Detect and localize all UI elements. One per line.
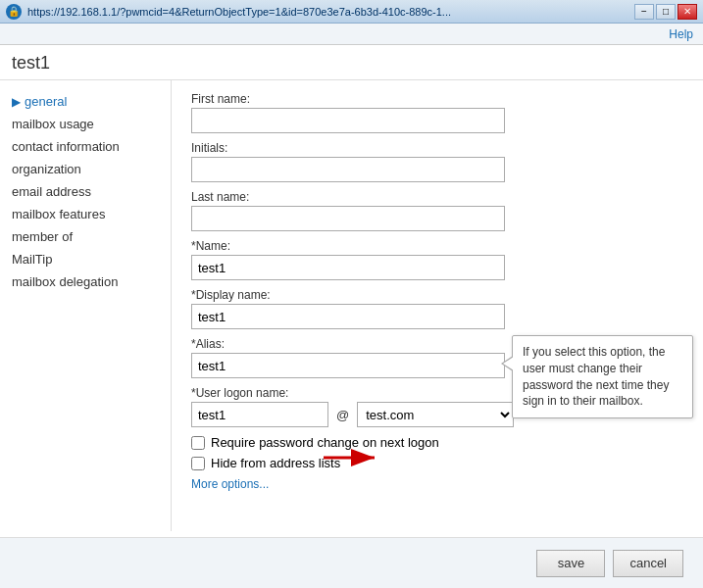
display-name-label: *Display name: <box>191 288 683 302</box>
first-name-group: First name: <box>191 92 683 133</box>
main-content: ▶ general mailbox usage contact informat… <box>0 80 703 531</box>
domain-select[interactable]: test.com <box>357 402 514 427</box>
sidebar-item-label: mailbox usage <box>12 117 94 131</box>
hide-address-label: Hide from address lists <box>211 456 340 470</box>
sidebar-item-contact-information[interactable]: contact information <box>0 135 171 158</box>
sidebar-item-label: general <box>25 94 67 109</box>
sidebar-item-mailbox-delegation[interactable]: mailbox delegation <box>0 270 171 293</box>
sidebar-item-organization[interactable]: organization <box>0 158 171 180</box>
save-button[interactable]: save <box>536 550 605 577</box>
hide-address-checkbox[interactable] <box>191 457 205 470</box>
sidebar-item-label: mailbox features <box>12 207 105 221</box>
last-name-group: Last name: <box>191 190 683 231</box>
sidebar-item-label: contact information <box>12 139 120 154</box>
sidebar-item-email-address[interactable]: email address <box>0 180 171 203</box>
minimize-button[interactable]: − <box>634 4 654 20</box>
sidebar-item-label: email address <box>12 184 91 199</box>
name-input[interactable] <box>191 255 505 280</box>
logon-input[interactable] <box>191 402 328 427</box>
last-name-input[interactable] <box>191 206 505 231</box>
header-bar: Help <box>0 24 703 45</box>
tooltip-box: If you select this option, the user must… <box>512 335 693 418</box>
maximize-button[interactable]: □ <box>656 4 676 20</box>
sidebar-item-member-of[interactable]: member of <box>0 225 171 248</box>
footer-bar: save cancel <box>0 537 703 588</box>
sidebar-item-general[interactable]: ▶ general <box>0 90 171 113</box>
hide-address-row: Hide from address lists <box>191 456 683 470</box>
require-password-checkbox[interactable] <box>191 436 205 450</box>
form-area: First name: Initials: Last name: *Name: … <box>172 80 703 531</box>
sidebar-item-mailbox-features[interactable]: mailbox features <box>0 203 171 225</box>
sidebar-item-label: MailTip <box>12 252 52 267</box>
require-password-row: Require password change on next logon <box>191 435 683 450</box>
lock-icon: 🔒 <box>6 4 22 20</box>
sidebar-item-mailbox-usage[interactable]: mailbox usage <box>0 113 171 135</box>
initials-input[interactable] <box>191 157 505 182</box>
title-bar-url: https://192.168.1.1/?pwmcid=4&ReturnObje… <box>27 6 451 18</box>
arrow-icon: ▶ <box>12 95 21 109</box>
display-name-group: *Display name: <box>191 288 683 329</box>
alias-input[interactable] <box>191 353 505 378</box>
tooltip-arrow <box>501 356 513 371</box>
page-title: test1 <box>0 45 703 80</box>
help-link[interactable]: Help <box>669 27 693 41</box>
sidebar-item-label: member of <box>12 229 73 244</box>
title-bar-left: 🔒 https://192.168.1.1/?pwmcid=4&ReturnOb… <box>6 4 451 20</box>
first-name-label: First name: <box>191 92 683 106</box>
title-bar: 🔒 https://192.168.1.1/?pwmcid=4&ReturnOb… <box>0 0 703 24</box>
last-name-label: Last name: <box>191 190 683 204</box>
initials-group: Initials: <box>191 141 683 182</box>
first-name-input[interactable] <box>191 108 505 133</box>
name-group: *Name: <box>191 239 683 280</box>
sidebar-item-label: mailbox delegation <box>12 274 118 289</box>
cancel-button[interactable]: cancel <box>613 550 683 577</box>
close-button[interactable]: ✕ <box>678 4 697 20</box>
more-options-link[interactable]: More options... <box>191 477 269 491</box>
initials-label: Initials: <box>191 141 683 155</box>
sidebar-item-label: organization <box>12 162 81 176</box>
sidebar: ▶ general mailbox usage contact informat… <box>0 80 172 531</box>
display-name-input[interactable] <box>191 304 505 329</box>
tooltip-text: If you select this option, the user must… <box>523 345 669 408</box>
red-arrow-icon <box>324 443 382 475</box>
name-label: *Name: <box>191 239 683 253</box>
sidebar-item-mailtip[interactable]: MailTip <box>0 248 171 270</box>
at-sign: @ <box>336 408 349 422</box>
title-bar-controls: − □ ✕ <box>634 4 697 20</box>
